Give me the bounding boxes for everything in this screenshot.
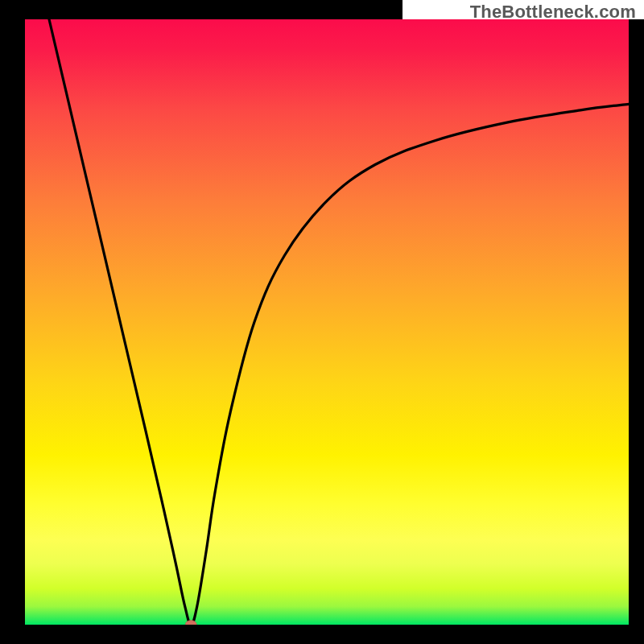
bottleneck-chart: TheBottleneck.com xyxy=(0,0,644,644)
plot-background xyxy=(25,19,629,625)
axis-right xyxy=(629,0,644,644)
watermark-text: TheBottleneck.com xyxy=(470,2,636,23)
axis-left xyxy=(0,0,25,644)
chart-svg xyxy=(0,0,644,644)
axis-bottom xyxy=(0,625,644,644)
